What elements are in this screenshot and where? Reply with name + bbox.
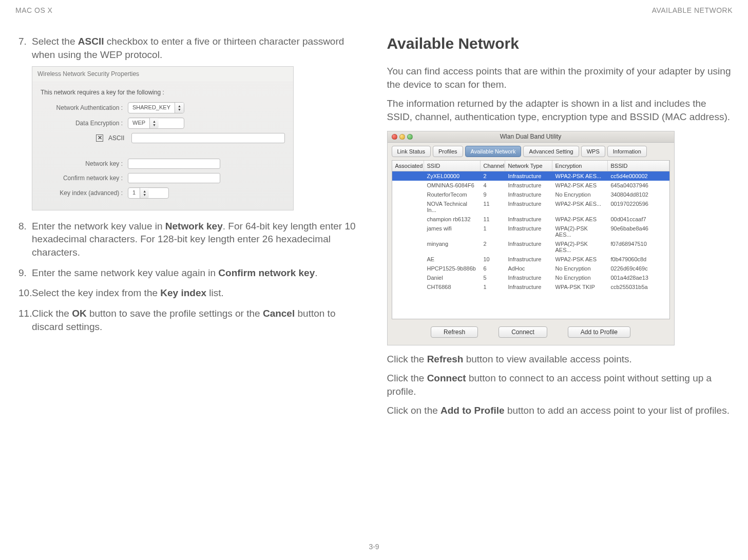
ascii-input[interactable] bbox=[131, 133, 285, 143]
step-7: 7.Select the ASCII checkbox to enter a f… bbox=[15, 35, 361, 210]
para-2: The information returned by the adapter … bbox=[387, 97, 733, 123]
auth-combo[interactable]: SHARED_KEY▲▼ bbox=[128, 102, 184, 113]
header-right: AVAILABLE NETWORK bbox=[652, 6, 733, 14]
col-associated[interactable]: Associated bbox=[392, 161, 424, 171]
step-11: 11.Click the OK button to save the profi… bbox=[15, 307, 361, 333]
table-row[interactable]: ZyXEL000002InfrastructureWPA2-PSK AES...… bbox=[392, 171, 669, 181]
col-channel[interactable]: Channel bbox=[481, 161, 505, 171]
security-dialog: Wireless Network Security Properties Thi… bbox=[32, 66, 294, 210]
connect-button[interactable]: Connect bbox=[498, 326, 547, 338]
tab-available-network[interactable]: Available Network bbox=[465, 146, 522, 157]
enc-label: Data Encryption : bbox=[41, 119, 128, 127]
para-refresh: Click the Refresh button to view availab… bbox=[387, 353, 733, 366]
ascii-label: ASCII bbox=[108, 134, 124, 142]
table-row[interactable]: HPCP1525-9b886b6AdHocNo Encryption0226d6… bbox=[392, 264, 669, 273]
dialog-intro: This network requires a key for the foll… bbox=[41, 88, 285, 96]
para-add: Click on the Add to Profile button to ad… bbox=[387, 404, 733, 417]
keyidx-combo[interactable]: 1▲▼ bbox=[128, 187, 169, 199]
netkey-label: Network key : bbox=[41, 160, 128, 168]
enc-combo[interactable]: WEP▲▼ bbox=[128, 118, 184, 129]
confirm-key-input[interactable] bbox=[128, 173, 220, 183]
col-bssid[interactable]: BSSID bbox=[608, 161, 669, 171]
utility-window: Wlan Dual Band Utility Link StatusProfil… bbox=[387, 131, 675, 345]
chevron-updown-icon: ▲▼ bbox=[149, 118, 159, 128]
table-row[interactable]: AE10InfrastructureWPA2-PSK AESf0b479060c… bbox=[392, 255, 669, 264]
para-connect: Click the Connect button to connect to a… bbox=[387, 372, 733, 398]
add-to-profile-button[interactable]: Add to Profile bbox=[568, 326, 630, 338]
table-row[interactable]: NOVA Technical In...11InfrastructureWPA2… bbox=[392, 199, 669, 215]
section-title: Available Network bbox=[387, 35, 733, 52]
table-row[interactable]: Daniel5InfrastructureNo Encryption001a4d… bbox=[392, 273, 669, 282]
network-key-input[interactable] bbox=[128, 159, 220, 169]
keyidx-label: Key index (advanced) : bbox=[41, 189, 128, 197]
page-header: MAC OS X AVAILABLE NETWORK bbox=[15, 6, 733, 14]
table-row[interactable]: minyang2InfrastructureWPA(2)-PSK AES...f… bbox=[392, 239, 669, 255]
auth-label: Network Authentication : bbox=[41, 104, 128, 112]
step-8: 8.Enter the network key value in Network… bbox=[15, 220, 361, 259]
table-row[interactable]: CHT68681InfrastructureWPA-PSK TKIPccb255… bbox=[392, 282, 669, 292]
col-ssid[interactable]: SSID bbox=[424, 161, 481, 171]
chevron-updown-icon: ▲▼ bbox=[140, 188, 149, 198]
tab-link-status[interactable]: Link Status bbox=[392, 146, 431, 157]
refresh-button[interactable]: Refresh bbox=[431, 326, 478, 338]
confirm-label: Confirm network key : bbox=[41, 174, 128, 182]
table-row[interactable]: champion rb613211InfrastructureWPA2-PSK … bbox=[392, 215, 669, 224]
table-header: Associated SSID Channel Network Type Enc… bbox=[392, 161, 669, 171]
window-title: Wlan Dual Band Utility bbox=[388, 133, 674, 140]
header-left: MAC OS X bbox=[15, 6, 52, 14]
tab-advanced-setting[interactable]: Advanced Setting bbox=[523, 146, 579, 157]
tab-information[interactable]: Information bbox=[607, 146, 647, 157]
step-9: 9.Enter the same network key value again… bbox=[15, 266, 361, 280]
ascii-checkbox[interactable]: ✕ bbox=[96, 134, 103, 142]
col-network-type[interactable]: Network Type bbox=[505, 161, 552, 171]
tab-wps[interactable]: WPS bbox=[581, 146, 605, 157]
tab-bar: Link StatusProfilesAvailable NetworkAdva… bbox=[388, 143, 674, 157]
right-column: Available Network You can find access po… bbox=[387, 35, 733, 423]
network-table: Associated SSID Channel Network Type Enc… bbox=[392, 160, 670, 319]
left-column: 7.Select the ASCII checkbox to enter a f… bbox=[15, 35, 361, 423]
para-1: You can find access points that are with… bbox=[387, 65, 733, 91]
table-row[interactable]: OMNINAS-6084F64InfrastructureWPA2-PSK AE… bbox=[392, 181, 669, 190]
tab-profiles[interactable]: Profiles bbox=[433, 146, 463, 157]
col-encryption[interactable]: Encryption bbox=[552, 161, 608, 171]
dialog-title: Wireless Network Security Properties bbox=[32, 67, 293, 81]
table-row[interactable]: james wifi1InfrastructureWPA(2)-PSK AES.… bbox=[392, 224, 669, 239]
step-10: 10.Select the key index from the Key ind… bbox=[15, 286, 361, 300]
page-number: 3-9 bbox=[0, 543, 748, 551]
table-row[interactable]: RouterforTecom9InfrastructureNo Encrypti… bbox=[392, 190, 669, 199]
chevron-updown-icon: ▲▼ bbox=[175, 103, 184, 113]
